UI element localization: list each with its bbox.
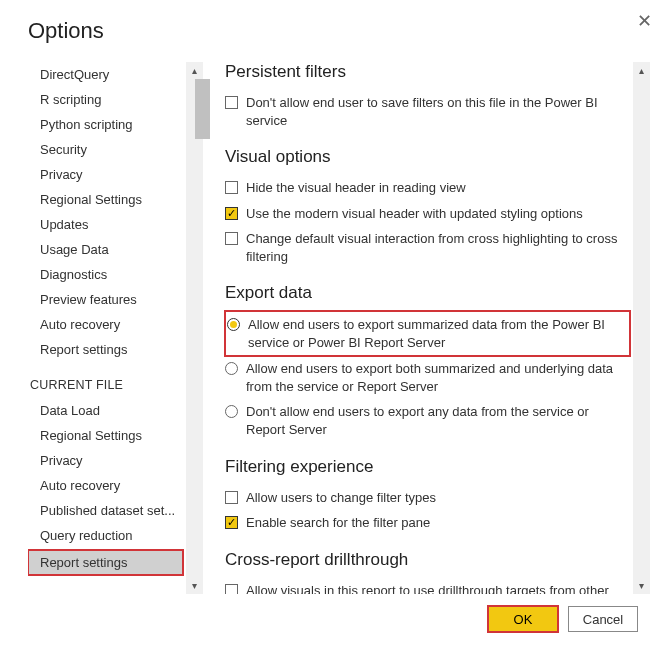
sidebar-item[interactable]: Usage Data xyxy=(28,237,197,262)
checkbox[interactable] xyxy=(225,491,238,504)
ok-button[interactable]: OK xyxy=(488,606,558,632)
sidebar-item[interactable]: Report settings xyxy=(28,550,183,575)
option-row[interactable]: Allow visuals in this report to use dril… xyxy=(225,578,630,594)
content-scrollbar[interactable]: ▴ ▾ xyxy=(633,62,650,594)
option-row[interactable]: Change default visual interaction from c… xyxy=(225,226,630,269)
content-pane: Persistent filtersDon't allow end user t… xyxy=(203,62,652,594)
checkbox[interactable] xyxy=(225,207,238,220)
dialog-body: DirectQueryR scriptingPython scriptingSe… xyxy=(28,62,652,594)
sidebar-item[interactable]: Auto recovery xyxy=(28,473,197,498)
scroll-up-icon[interactable]: ▴ xyxy=(633,62,650,79)
checkbox[interactable] xyxy=(225,516,238,529)
group-title: Persistent filters xyxy=(225,62,630,82)
sidebar-scrollbar[interactable]: ▴ ▾ xyxy=(186,62,203,594)
sidebar-item[interactable]: Report settings xyxy=(28,337,197,362)
sidebar-item[interactable]: Data Load xyxy=(28,398,197,423)
option-label: Change default visual interaction from c… xyxy=(246,230,630,265)
close-icon[interactable]: ✕ xyxy=(637,12,652,30)
sidebar-item[interactable]: Published dataset set... xyxy=(28,498,197,523)
sidebar-item[interactable]: Preview features xyxy=(28,287,197,312)
scroll-up-icon[interactable]: ▴ xyxy=(186,62,203,79)
options-dialog: ✕ Options DirectQueryR scriptingPython s… xyxy=(0,0,670,648)
option-row[interactable]: Enable search for the filter pane xyxy=(225,510,630,536)
sidebar-item[interactable]: Regional Settings xyxy=(28,423,197,448)
option-label: Use the modern visual header with update… xyxy=(246,205,630,223)
radio[interactable] xyxy=(225,362,238,375)
sidebar-item[interactable]: R scripting xyxy=(28,87,197,112)
option-label: Allow visuals in this report to use dril… xyxy=(246,582,630,594)
option-label: Allow end users to export summarized dat… xyxy=(248,316,628,351)
dialog-title: Options xyxy=(28,18,652,44)
sidebar-item[interactable]: Diagnostics xyxy=(28,262,197,287)
sidebar-item[interactable]: Updates xyxy=(28,212,197,237)
sidebar: DirectQueryR scriptingPython scriptingSe… xyxy=(28,62,203,594)
sidebar-item[interactable]: Auto recovery xyxy=(28,312,197,337)
option-row[interactable]: Allow end users to export summarized dat… xyxy=(227,312,628,355)
cancel-button[interactable]: Cancel xyxy=(568,606,638,632)
radio[interactable] xyxy=(227,318,240,331)
option-label: Allow users to change filter types xyxy=(246,489,630,507)
option-row[interactable]: Allow users to change filter types xyxy=(225,485,630,511)
checkbox[interactable] xyxy=(225,584,238,594)
scroll-down-icon[interactable]: ▾ xyxy=(186,577,203,594)
group-title: Cross-report drillthrough xyxy=(225,550,630,570)
option-row[interactable]: Hide the visual header in reading view xyxy=(225,175,630,201)
sidebar-item[interactable]: Python scripting xyxy=(28,112,197,137)
checkbox[interactable] xyxy=(225,181,238,194)
dialog-footer: OK Cancel xyxy=(28,594,652,648)
scroll-down-icon[interactable]: ▾ xyxy=(633,577,650,594)
option-row[interactable]: Allow end users to export both summarize… xyxy=(225,356,630,399)
option-label: Allow end users to export both summarize… xyxy=(246,360,630,395)
group-title: Export data xyxy=(225,283,630,303)
option-label: Don't allow end user to save filters on … xyxy=(246,94,630,129)
option-row[interactable]: Don't allow end user to save filters on … xyxy=(225,90,630,133)
option-label: Enable search for the filter pane xyxy=(246,514,630,532)
sidebar-item[interactable]: Privacy xyxy=(28,448,197,473)
option-label: Don't allow end users to export any data… xyxy=(246,403,630,438)
sidebar-item[interactable]: DirectQuery xyxy=(28,62,197,87)
group-title: Filtering experience xyxy=(225,457,630,477)
option-row[interactable]: Use the modern visual header with update… xyxy=(225,201,630,227)
group-title: Visual options xyxy=(225,147,630,167)
sidebar-item[interactable]: Query reduction xyxy=(28,523,197,548)
radio[interactable] xyxy=(225,405,238,418)
option-row[interactable]: Don't allow end users to export any data… xyxy=(225,399,630,442)
sidebar-item[interactable]: Security xyxy=(28,137,197,162)
sidebar-section-label: CURRENT FILE xyxy=(28,362,197,398)
checkbox[interactable] xyxy=(225,96,238,109)
sidebar-item[interactable]: Regional Settings xyxy=(28,187,197,212)
option-label: Hide the visual header in reading view xyxy=(246,179,630,197)
checkbox[interactable] xyxy=(225,232,238,245)
sidebar-item[interactable]: Privacy xyxy=(28,162,197,187)
